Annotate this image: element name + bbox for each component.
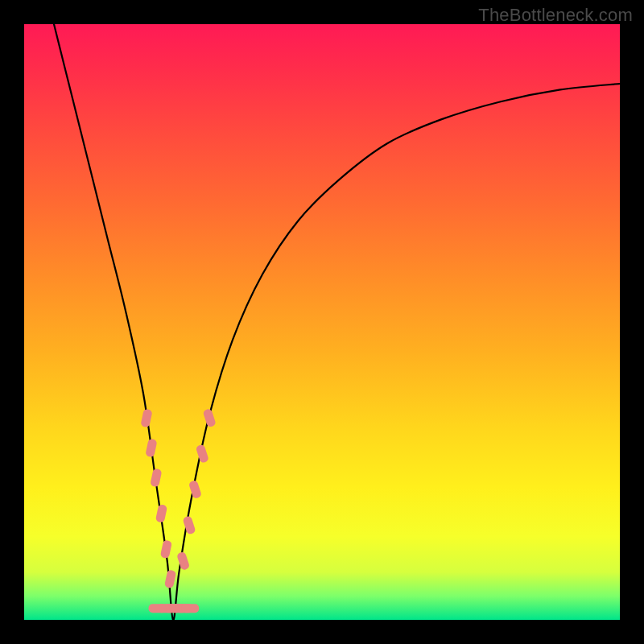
tick-mark: [182, 515, 196, 535]
tick-mark: [160, 539, 172, 559]
tick-mark: [140, 409, 152, 428]
chart-frame: TheBottleneck.com: [0, 0, 644, 644]
tick-mark: [150, 469, 162, 488]
source-watermark: TheBottleneck.com: [478, 5, 633, 26]
bottleneck-curve: [54, 24, 620, 620]
tick-mark: [188, 480, 202, 499]
tick-mark: [149, 604, 167, 613]
curve-layer: [24, 24, 620, 620]
tick-mark: [181, 604, 199, 613]
plot-area: [24, 24, 620, 620]
tick-mark: [164, 569, 176, 588]
tick-mark: [176, 551, 190, 571]
tick-mark: [145, 439, 157, 458]
tick-mark: [155, 504, 167, 523]
tick-mark: [203, 408, 217, 427]
tick-mark: [196, 444, 209, 463]
